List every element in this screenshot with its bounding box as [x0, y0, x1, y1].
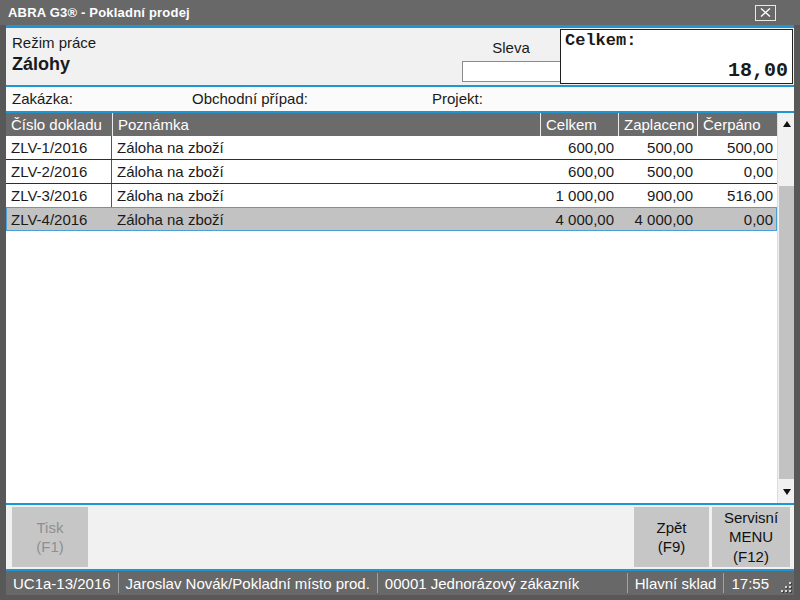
table-header: Číslo dokladu Poznámka Celkem Zaplaceno … — [6, 113, 777, 136]
total-label: Celkem: — [565, 31, 636, 50]
status-document: UC1a-13/2016 — [6, 575, 118, 592]
project-label: Projekt: — [432, 90, 483, 107]
scroll-up-button[interactable] — [778, 114, 794, 134]
deposits-table: Číslo dokladu Poznámka Celkem Zaplaceno … — [6, 113, 794, 503]
cell-doc: ZLV-1/2016 — [6, 136, 112, 159]
table-row[interactable]: ZLV-3/2016 Záloha na zboží 1 000,00 900,… — [6, 184, 777, 208]
total-value: 18,00 — [728, 59, 788, 82]
cell-drawn: 0,00 — [697, 208, 777, 230]
cell-drawn: 0,00 — [697, 160, 777, 183]
cell-doc: ZLV-4/2016 — [6, 208, 112, 230]
arrow-down-icon — [783, 489, 791, 495]
status-cashier: Jaroslav Novák/Pokladní místo prod. — [119, 575, 377, 592]
titlebar: ABRA G3® - Pokladní prodej — [0, 0, 800, 25]
close-button[interactable] — [755, 5, 776, 21]
status-time: 17:55 — [724, 575, 776, 592]
cell-paid: 500,00 — [618, 160, 697, 183]
cell-drawn: 516,00 — [697, 184, 777, 207]
column-header-note[interactable]: Poznámka — [112, 113, 540, 136]
column-header-drawn[interactable]: Čerpáno — [697, 113, 777, 136]
function-button-bar: Tisk(F1) Zpět(F9) ServisníMENU(F12) — [6, 505, 794, 569]
app-window: ABRA G3® - Pokladní prodej Režim práce Z… — [0, 0, 800, 600]
work-mode-label: Režim práce — [12, 34, 96, 51]
total-box: Celkem: 18,00 — [560, 29, 793, 84]
window-title: ABRA G3® - Pokladní prodej — [8, 5, 755, 20]
table-row[interactable]: ZLV-2/2016 Záloha na zboží 600,00 500,00… — [6, 160, 777, 184]
cell-paid: 500,00 — [618, 136, 697, 159]
scrollbar-thumb[interactable] — [779, 186, 794, 479]
column-header-doc[interactable]: Číslo dokladu — [6, 113, 112, 136]
top-panel: Režim práce Zálohy Sleva Celkem: 18,00 — [6, 28, 794, 85]
cell-paid: 4 000,00 — [618, 208, 697, 230]
table-grid: Číslo dokladu Poznámka Celkem Zaplaceno … — [6, 113, 777, 231]
column-header-paid[interactable]: Zaplaceno — [618, 113, 697, 136]
discount-label: Sleva — [462, 39, 560, 56]
cell-note: Záloha na zboží — [112, 160, 540, 183]
table-row-selected[interactable]: ZLV-4/2016 Záloha na zboží 4 000,00 4 00… — [6, 207, 777, 231]
status-customer: 00001 Jednorázový zákazník — [378, 575, 586, 592]
print-button[interactable]: Tisk(F1) — [12, 507, 88, 567]
work-mode-block: Režim práce Zálohy — [12, 34, 96, 75]
window-body: Režim práce Zálohy Sleva Celkem: 18,00 Z… — [0, 25, 800, 600]
cell-total: 600,00 — [540, 136, 618, 159]
context-row: Zakázka: Obchodní případ: Projekt: — [6, 87, 794, 111]
cell-drawn: 500,00 — [697, 136, 777, 159]
cell-total: 600,00 — [540, 160, 618, 183]
vertical-scrollbar[interactable] — [777, 113, 794, 503]
cell-doc: ZLV-2/2016 — [6, 160, 112, 183]
business-case-label: Obchodní případ: — [192, 90, 308, 107]
back-button[interactable]: Zpět(F9) — [634, 507, 709, 567]
work-mode-value: Zálohy — [12, 54, 96, 75]
order-label: Zakázka: — [12, 90, 73, 107]
cell-paid: 900,00 — [618, 184, 697, 207]
close-icon — [760, 8, 771, 17]
cell-doc: ZLV-3/2016 — [6, 184, 112, 207]
arrow-up-icon — [783, 121, 791, 127]
statusbar: UC1a-13/2016 Jaroslav Novák/Pokladní mís… — [6, 571, 794, 595]
cell-total: 4 000,00 — [540, 208, 618, 230]
cell-total: 1 000,00 — [540, 184, 618, 207]
button-bar-spacer — [88, 507, 634, 567]
service-menu-button[interactable]: ServisníMENU(F12) — [712, 507, 790, 567]
resize-grip-icon[interactable] — [778, 579, 792, 593]
cell-note: Záloha na zboží — [112, 208, 540, 230]
cell-note: Záloha na zboží — [112, 136, 540, 159]
scroll-down-button[interactable] — [778, 482, 794, 502]
cell-note: Záloha na zboží — [112, 184, 540, 207]
status-warehouse: Hlavní sklad — [628, 575, 724, 592]
column-header-total[interactable]: Celkem — [540, 113, 618, 136]
table-row[interactable]: ZLV-1/2016 Záloha na zboží 600,00 500,00… — [6, 136, 777, 160]
discount-input[interactable] — [462, 61, 561, 82]
